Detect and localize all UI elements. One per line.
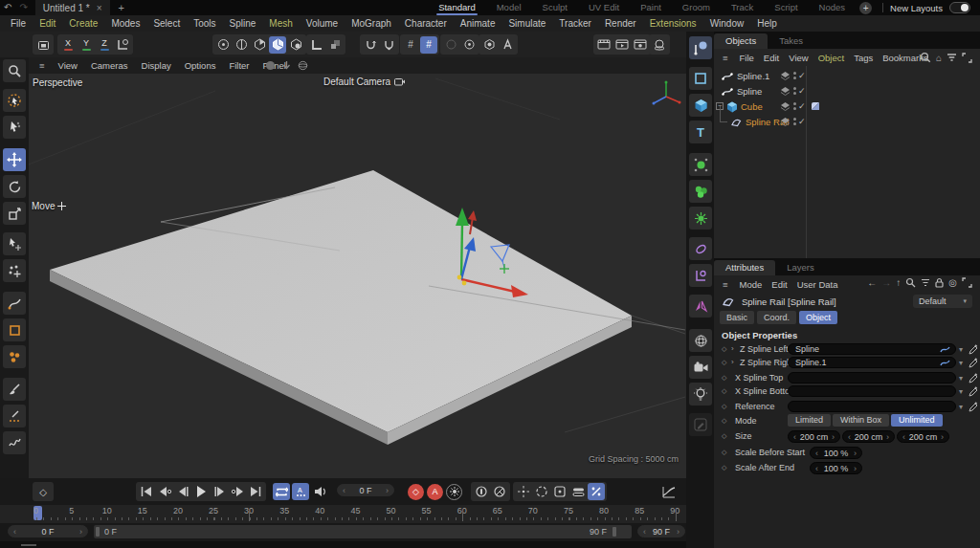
- visibility-dots-icon[interactable]: [793, 102, 797, 112]
- mode-option-button[interactable]: Limited: [788, 414, 831, 427]
- chevron-down-icon[interactable]: ▾: [959, 387, 963, 396]
- layout-tab[interactable]: Track: [721, 0, 764, 15]
- attributes-menu-item[interactable]: Mode: [735, 276, 768, 293]
- hamburger-icon[interactable]: ≡: [718, 50, 733, 66]
- disabled-tool-icon[interactable]: [442, 36, 459, 54]
- edges-mode-icon[interactable]: [233, 36, 250, 54]
- hamburger-icon[interactable]: ≡: [33, 57, 52, 74]
- document-tab[interactable]: Untitled 1 * ×: [35, 0, 110, 15]
- download-arrow-icon[interactable]: [281, 60, 292, 71]
- menu-item[interactable]: Modes: [104, 15, 146, 32]
- rectangle-spline-icon[interactable]: [689, 67, 712, 90]
- viewport-menu-item[interactable]: Options: [178, 57, 223, 74]
- filter-icon[interactable]: [947, 53, 957, 62]
- redo-icon[interactable]: ↷: [15, 0, 31, 15]
- enable-axis-icon[interactable]: [362, 36, 379, 54]
- quantize-icon[interactable]: #: [420, 36, 437, 54]
- snap-icon[interactable]: #: [402, 36, 419, 54]
- size-stepper[interactable]: ‹ 200 cm ›: [842, 430, 895, 443]
- keyframe-filter-icon[interactable]: [588, 483, 605, 500]
- keyframe-selection-icon[interactable]: [446, 484, 462, 500]
- menu-item[interactable]: Window: [703, 15, 751, 32]
- sound-icon[interactable]: [311, 483, 328, 500]
- record-scale-icon[interactable]: [491, 483, 508, 500]
- bend-deformer-icon[interactable]: [689, 237, 712, 260]
- menu-item[interactable]: Spline: [223, 15, 263, 32]
- free-axis-icon[interactable]: [380, 36, 397, 54]
- eyedropper-icon[interactable]: [969, 401, 978, 412]
- object-manager-menu-item[interactable]: Tags: [849, 50, 878, 66]
- record-keyframe-icon[interactable]: ◇: [408, 484, 424, 500]
- record-parameter-icon[interactable]: [533, 483, 550, 500]
- scrollbar-handle[interactable]: [21, 544, 36, 546]
- range-end-stepper[interactable]: ‹ 90 F ›: [637, 525, 685, 537]
- cube-primitive-icon[interactable]: [689, 94, 712, 117]
- chevron-down-icon[interactable]: ▾: [959, 403, 963, 411]
- expand-icon[interactable]: [962, 277, 972, 288]
- attributes-menu-item[interactable]: User Data: [792, 276, 843, 293]
- size-stepper[interactable]: ‹ 200 cm ›: [788, 430, 840, 443]
- menu-item[interactable]: Help: [750, 15, 784, 32]
- stepper-left-icon[interactable]: ‹: [902, 432, 905, 442]
- material-sphere-icon[interactable]: [651, 36, 668, 54]
- viewport[interactable]: Perspective Default Camera Move Grid Spa…: [29, 74, 686, 478]
- render-picture-viewer-icon[interactable]: [613, 36, 631, 54]
- record-position-icon[interactable]: [473, 483, 490, 500]
- tree-row-cube[interactable]: − Cube ✓: [714, 99, 980, 114]
- workplane-icon[interactable]: [308, 36, 325, 54]
- stepper-right-icon[interactable]: ›: [886, 432, 889, 442]
- menu-item[interactable]: Tools: [187, 15, 222, 32]
- viewport-menu-item[interactable]: View: [52, 57, 84, 74]
- object-manager-menu-item[interactable]: Edit: [759, 50, 784, 66]
- preset-dropdown[interactable]: Default ▾: [913, 295, 972, 308]
- coordinate-system-icon[interactable]: [114, 36, 131, 54]
- live-selection-icon[interactable]: [3, 89, 26, 112]
- mesh-check-icon[interactable]: [480, 36, 498, 54]
- object-name[interactable]: Spline: [737, 86, 762, 97]
- box-tool-icon[interactable]: [34, 36, 52, 54]
- eyedropper-icon[interactable]: [969, 372, 978, 384]
- object-manager-menu-item[interactable]: View: [784, 50, 813, 66]
- y-axis-lock-button[interactable]: Y: [78, 37, 95, 53]
- record-pla-icon[interactable]: [551, 483, 568, 500]
- key-diamond-icon[interactable]: ◇: [722, 374, 726, 382]
- lock-icon[interactable]: [935, 277, 944, 288]
- gizmo-origin-dot[interactable]: [462, 281, 467, 286]
- menu-item[interactable]: Select: [146, 15, 187, 32]
- key-diamond-icon[interactable]: ◇: [722, 464, 726, 471]
- camera-label[interactable]: Default Camera: [323, 77, 405, 87]
- shaded-sphere-icon[interactable]: [265, 60, 276, 71]
- viewport-menu-item[interactable]: Cameras: [84, 57, 135, 74]
- menu-item[interactable]: Extensions: [643, 15, 703, 32]
- object-name[interactable]: Cube: [741, 101, 763, 112]
- attributes-menu-item[interactable]: Edit: [767, 276, 791, 293]
- spline-pen-icon[interactable]: [689, 36, 712, 59]
- record-layers-icon[interactable]: [569, 483, 587, 500]
- tweak-selection-icon[interactable]: [3, 116, 26, 139]
- focus-icon[interactable]: ◎: [948, 277, 957, 288]
- scale-tool-icon[interactable]: [3, 202, 26, 225]
- layout-tab[interactable]: Nodes: [809, 0, 856, 15]
- key-diamond-icon[interactable]: ◇: [722, 449, 726, 456]
- new-layouts-toggle[interactable]: [949, 2, 970, 13]
- brush-tool-icon[interactable]: [3, 378, 26, 401]
- object-manager-menu-item[interactable]: File: [735, 50, 759, 66]
- visibility-dots-icon[interactable]: [793, 87, 797, 97]
- hamburger-icon[interactable]: ≡: [718, 276, 733, 293]
- layer-icon[interactable]: [780, 101, 791, 112]
- edit-material-icon[interactable]: [689, 413, 712, 436]
- menu-item[interactable]: Character: [398, 15, 454, 32]
- text-spline-icon[interactable]: T: [689, 121, 712, 143]
- home-icon[interactable]: ⌂: [936, 53, 942, 63]
- spline-pen-tool-icon[interactable]: [3, 292, 26, 315]
- tree-row-spline[interactable]: Spline ✓: [714, 83, 980, 99]
- expand-icon[interactable]: [962, 53, 972, 63]
- planar-workplane-icon[interactable]: [326, 36, 344, 54]
- menu-item[interactable]: Tracker: [552, 15, 598, 32]
- stepper-right-icon[interactable]: ›: [832, 432, 835, 442]
- polygons-mode-icon[interactable]: [251, 36, 268, 54]
- multi-transform-icon[interactable]: [3, 259, 26, 282]
- search-icon[interactable]: [920, 52, 931, 63]
- spline-primitives-icon[interactable]: [3, 345, 26, 368]
- points-mode-icon[interactable]: [214, 36, 232, 54]
